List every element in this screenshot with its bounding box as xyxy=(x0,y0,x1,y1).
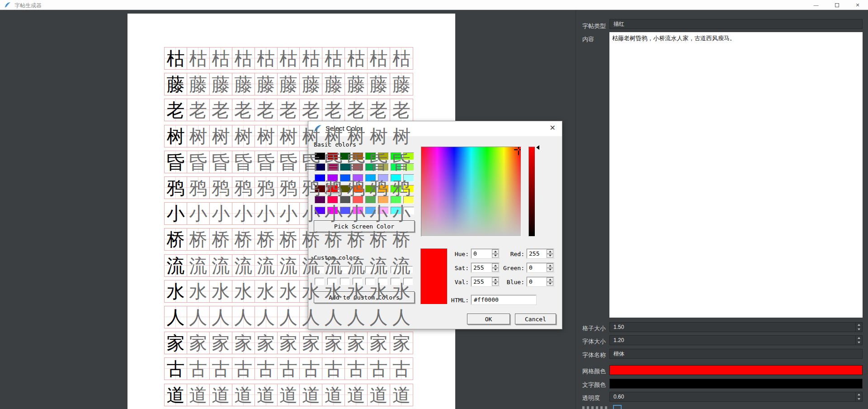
trace-character-cell: 古 xyxy=(390,358,413,380)
preview-row-流: 流流流流流流流流流流流 xyxy=(164,254,413,277)
trace-character-cell: 流 xyxy=(187,255,210,276)
trace-character-cell: 藤 xyxy=(368,73,390,95)
trace-character-cell: 道 xyxy=(300,384,322,406)
preview-row-水: 水水水水水水水水水水水 xyxy=(164,280,413,303)
trace-character-cell: 家 xyxy=(187,332,210,354)
green-spinbox[interactable]: 0 xyxy=(527,263,554,272)
trace-character-cell: 桥 xyxy=(300,228,322,250)
trace-character-cell: 水 xyxy=(232,281,255,302)
close-button[interactable]: ✕ xyxy=(847,0,868,10)
trace-character-cell: 道 xyxy=(368,384,390,406)
clipped-checkbox[interactable] xyxy=(613,405,622,409)
spin-arrows-icon[interactable] xyxy=(547,263,553,272)
trace-character-cell: 树 xyxy=(187,125,210,147)
opacity-spinbox[interactable]: 0.60 xyxy=(609,392,863,402)
trace-character-cell: 水 xyxy=(368,281,390,302)
trace-character-cell: 古 xyxy=(322,358,345,380)
copybook-type-field[interactable]: 描红 xyxy=(609,19,863,29)
value-slider-arrow-icon[interactable] xyxy=(536,145,539,150)
trace-character-cell: 流 xyxy=(232,255,255,276)
trace-character-cell: 小 xyxy=(278,203,300,224)
dialog-close-icon[interactable]: ✕ xyxy=(550,124,556,132)
field-label-cellsize: 格子大小 xyxy=(582,324,606,333)
solid-character-cell: 藤 xyxy=(165,73,187,95)
trace-character-cell: 道 xyxy=(255,384,278,406)
spin-arrows-icon[interactable] xyxy=(855,323,862,332)
picker-crosshair-icon xyxy=(519,149,521,150)
trace-character-cell: 人 xyxy=(255,306,278,328)
spin-arrows-icon[interactable] xyxy=(492,249,499,258)
trace-character-cell: 道 xyxy=(278,384,300,406)
trace-character-cell: 人 xyxy=(390,306,413,328)
val-spinbox[interactable]: 255 xyxy=(471,277,499,286)
trace-character-cell: 枯 xyxy=(255,48,278,69)
font-name-field[interactable]: 楷体 xyxy=(609,349,863,359)
trace-character-cell: 藤 xyxy=(232,73,255,95)
preview-row-古: 古古古古古古古古古古古 xyxy=(164,357,413,380)
font-size-spinbox[interactable]: 1.20 xyxy=(609,335,863,345)
trace-character-cell: 昏 xyxy=(187,151,210,173)
trace-character-cell: 家 xyxy=(368,332,390,354)
window-title: 字帖生成器 xyxy=(14,2,42,10)
preview-row-枯: 枯枯枯枯枯枯枯枯枯枯枯 xyxy=(164,47,413,70)
red-spinbox[interactable]: 255 xyxy=(527,249,554,258)
trace-character-cell: 树 xyxy=(300,125,322,147)
picker-crosshair-icon xyxy=(518,151,519,155)
trace-character-cell: 鸦 xyxy=(255,177,278,199)
content-textarea[interactable]: 枯藤老树昏鸦，小桥流水人家，古道西风瘦马。 xyxy=(609,32,863,318)
dialog-titlebar[interactable]: Select Color ✕ xyxy=(308,121,562,136)
trace-character-cell: 桥 xyxy=(255,228,278,250)
trace-character-cell: 水 xyxy=(300,281,322,302)
clipped-next-field-label xyxy=(582,406,609,409)
trace-character-cell: 枯 xyxy=(322,48,345,69)
trace-character-cell: 家 xyxy=(255,332,278,354)
spin-arrows-icon[interactable] xyxy=(547,277,553,286)
trace-character-cell: 树 xyxy=(390,125,413,147)
window-titlebar: 字帖生成器 — ✕ xyxy=(0,0,868,10)
spin-arrows-icon[interactable] xyxy=(855,392,862,401)
trace-character-cell: 小 xyxy=(345,203,368,224)
trace-character-cell: 小 xyxy=(322,203,345,224)
trace-character-cell: 水 xyxy=(255,281,278,302)
copybook-preview-page: 枯枯枯枯枯枯枯枯枯枯枯藤藤藤藤藤藤藤藤藤藤藤老老老老老老老老老老老树树树树树树树… xyxy=(127,14,455,409)
trace-character-cell: 鸦 xyxy=(345,177,368,199)
grid-color-swatch[interactable] xyxy=(609,365,863,375)
spin-arrows-icon[interactable] xyxy=(855,336,862,345)
trace-character-cell: 枯 xyxy=(278,48,300,69)
trace-character-cell: 鸦 xyxy=(232,177,255,199)
spin-arrows-icon[interactable] xyxy=(547,249,553,258)
trace-character-cell: 家 xyxy=(322,332,345,354)
solid-character-cell: 树 xyxy=(165,125,187,147)
trace-character-cell: 水 xyxy=(187,281,210,302)
hue-saturation-picker[interactable] xyxy=(421,147,521,237)
text-color-swatch[interactable] xyxy=(609,379,863,389)
field-label-fontname: 字体名称 xyxy=(582,351,606,359)
trace-character-cell: 小 xyxy=(255,203,278,224)
blue-spinbox[interactable]: 0 xyxy=(527,277,554,286)
trace-character-cell: 昏 xyxy=(322,151,345,173)
hue-spinbox[interactable]: 0 xyxy=(471,249,499,258)
trace-character-cell: 昏 xyxy=(232,151,255,173)
trace-character-cell: 桥 xyxy=(368,228,390,250)
select-color-dialog: Select Color ✕ Basic colors Pick Screen … xyxy=(308,121,562,329)
preview-row-鸦: 鸦鸦鸦鸦鸦鸦鸦鸦鸦鸦鸦 xyxy=(164,176,413,199)
html-color-input[interactable]: #ff0000 xyxy=(471,295,536,304)
trace-character-cell: 古 xyxy=(232,358,255,380)
maximize-button[interactable] xyxy=(826,0,847,10)
trace-character-cell: 昏 xyxy=(278,151,300,173)
minimize-button[interactable]: — xyxy=(806,0,826,10)
cell-size-spinbox[interactable]: 1.50 xyxy=(609,322,863,332)
ok-button[interactable]: OK xyxy=(467,314,510,324)
trace-character-cell: 老 xyxy=(368,99,390,121)
trace-character-cell: 鸦 xyxy=(300,177,322,199)
trace-character-cell: 小 xyxy=(300,203,322,224)
cancel-button[interactable]: Cancel xyxy=(515,314,556,324)
trace-character-cell: 古 xyxy=(368,358,390,380)
solid-character-cell: 鸦 xyxy=(165,177,187,199)
solid-character-cell: 古 xyxy=(165,358,187,380)
feather-app-icon xyxy=(5,2,11,8)
solid-character-cell: 水 xyxy=(165,281,187,302)
trace-character-cell: 树 xyxy=(322,125,345,147)
value-slider[interactable] xyxy=(528,147,535,237)
trace-character-cell: 流 xyxy=(210,255,232,276)
